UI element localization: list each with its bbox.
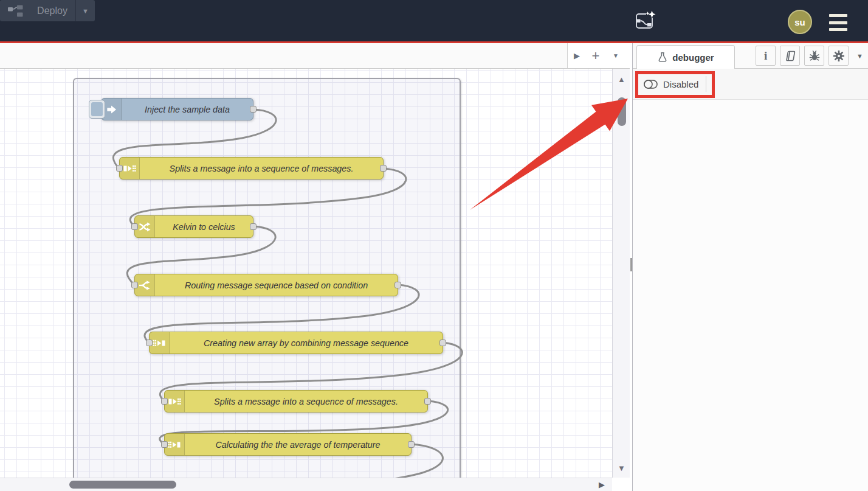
flow-canvas[interactable]: Inject the sample dataSplits a message i… xyxy=(0,69,612,478)
flask-icon xyxy=(657,51,668,63)
debugger-tab-label: debugger xyxy=(672,52,714,63)
split-node-2[interactable]: Splits a message into a sequence of mess… xyxy=(164,390,428,413)
output-port[interactable] xyxy=(394,282,401,288)
node-label: Inject the sample data xyxy=(122,99,253,120)
output-port[interactable] xyxy=(380,165,387,172)
input-port[interactable] xyxy=(146,340,153,346)
debugger-panel-body xyxy=(633,100,868,491)
debugger-toolbar: Disabled xyxy=(633,69,868,100)
split-node-1[interactable]: Splits a message into a sequence of mess… xyxy=(119,157,384,179)
join-node-1[interactable]: Creating new array by combining message … xyxy=(149,332,443,354)
node-label: Routing message sequence based on condit… xyxy=(155,274,398,296)
deploy-label: Deploy xyxy=(29,5,75,16)
user-avatar[interactable]: su xyxy=(788,10,812,34)
scroll-up-icon[interactable]: ▲ xyxy=(613,75,630,84)
output-port[interactable] xyxy=(250,106,257,113)
node-label: Kelvin to celcius xyxy=(155,216,253,237)
input-port[interactable] xyxy=(161,441,168,448)
node-red-app: Deploy ▼ su ▶ + ▼ Inject the sample data… xyxy=(0,0,868,491)
change-node[interactable]: Kelvin to celcius xyxy=(134,215,253,238)
book-icon xyxy=(784,50,797,62)
workspace-tab-controls: ▶ + ▼ xyxy=(567,43,630,68)
ai-flow-icon[interactable] xyxy=(631,8,658,35)
gear-icon xyxy=(833,50,845,62)
config-nodes-button[interactable] xyxy=(828,46,849,66)
sidebar-tools: i xyxy=(756,46,863,66)
workspace-tabbar: ▶ + ▼ xyxy=(0,43,630,69)
input-port[interactable] xyxy=(131,223,138,230)
scroll-down-icon[interactable]: ▼ xyxy=(613,464,630,473)
debugger-disabled-toggle[interactable]: Disabled xyxy=(643,79,698,89)
toolbar-separator xyxy=(706,76,706,92)
inject-node[interactable]: Inject the sample data xyxy=(101,98,253,120)
disabled-label: Disabled xyxy=(663,79,698,89)
add-flow-button[interactable]: + xyxy=(586,50,605,62)
sidebar-header: debugger i xyxy=(633,43,868,69)
deploy-nodes-icon xyxy=(7,5,23,17)
input-port[interactable] xyxy=(131,282,138,288)
sidebar: debugger i xyxy=(632,43,868,491)
scroll-right-icon[interactable]: ▶ xyxy=(599,480,605,489)
output-port[interactable] xyxy=(424,398,431,405)
node-label: Splits a message into a sequence of mess… xyxy=(185,391,427,412)
tab-scroll-right-icon[interactable]: ▶ xyxy=(568,51,586,60)
node-label: Calculating the the average of temperatu… xyxy=(185,434,411,455)
bug-icon xyxy=(808,50,821,62)
flow-wires xyxy=(0,69,612,478)
info-icon: i xyxy=(764,49,767,63)
toggle-off-icon xyxy=(643,79,658,89)
vertical-scroll-thumb[interactable] xyxy=(618,97,626,126)
output-port[interactable] xyxy=(408,441,415,448)
node-label: Splits a message into a sequence of mess… xyxy=(140,158,383,179)
node-label: Creating new array by combining message … xyxy=(170,332,443,353)
info-button[interactable]: i xyxy=(756,46,776,66)
output-port[interactable] xyxy=(439,340,446,346)
tab-debugger[interactable]: debugger xyxy=(636,45,735,69)
help-docs-button[interactable] xyxy=(780,46,800,66)
horizontal-scroll-thumb[interactable] xyxy=(69,481,176,489)
join-node-2[interactable]: Calculating the the average of temperatu… xyxy=(164,433,412,456)
output-port[interactable] xyxy=(250,223,257,230)
hamburger-menu-icon[interactable] xyxy=(828,14,849,31)
vertical-scrollbar[interactable]: ▲ ▼ xyxy=(612,69,630,478)
input-port[interactable] xyxy=(161,398,168,405)
input-port[interactable] xyxy=(116,165,123,172)
app-header: Deploy ▼ su xyxy=(0,0,868,41)
deploy-button[interactable]: Deploy ▼ xyxy=(0,0,95,21)
flow-list-chevron-icon[interactable]: ▼ xyxy=(605,52,626,59)
switch-node[interactable]: Routing message sequence based on condit… xyxy=(134,274,398,296)
deploy-dropdown-caret[interactable]: ▼ xyxy=(75,0,95,21)
horizontal-scrollbar[interactable]: ▶ xyxy=(0,478,612,491)
chevron-down-icon[interactable]: ▼ xyxy=(856,52,863,60)
debug-messages-button[interactable] xyxy=(804,46,824,66)
inject-trigger-button[interactable] xyxy=(89,100,105,119)
